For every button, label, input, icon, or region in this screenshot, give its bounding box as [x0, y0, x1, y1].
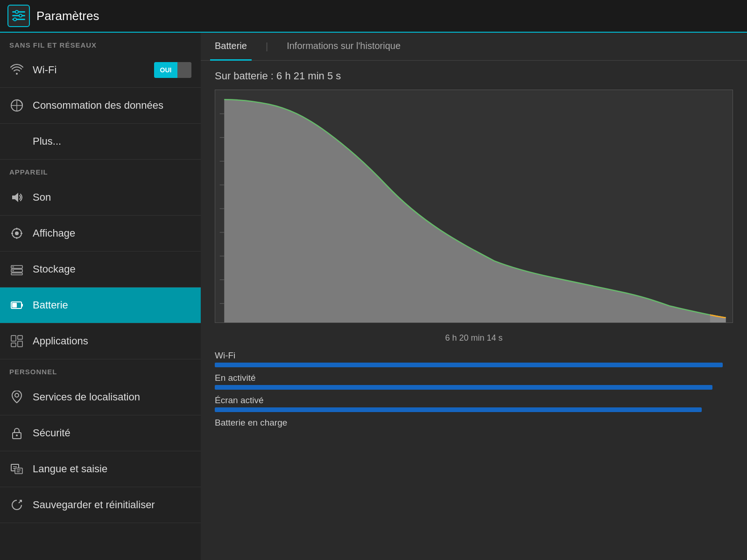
page-title: Paramètres — [36, 9, 99, 23]
sidebar-item-more[interactable]: Plus... — [0, 124, 201, 160]
tab-batterie[interactable]: Batterie — [210, 33, 252, 61]
sound-icon — [9, 190, 24, 205]
svg-rect-22 — [21, 304, 23, 307]
sauvegarder-label: Sauvegarder et réinitialiser — [33, 499, 155, 511]
usage-bar-activite — [215, 385, 712, 390]
applications-label: Applications — [33, 335, 88, 347]
sidebar-item-batterie[interactable]: Batterie — [0, 287, 201, 323]
tab-historique[interactable]: Informations sur l'historique — [282, 33, 405, 61]
svg-point-3 — [15, 11, 18, 14]
svg-rect-24 — [11, 336, 16, 341]
sidebar-item-sauvegarder[interactable]: Sauvegarder et réinitialiser — [0, 487, 201, 523]
sidebar-item-langue[interactable]: Langue et saisie — [0, 451, 201, 487]
sidebar-item-data[interactable]: Consommation des données — [0, 88, 201, 124]
usage-row-activite: En activité — [215, 373, 733, 390]
battery-icon — [9, 298, 24, 313]
battery-chart — [215, 90, 733, 323]
more-label: Plus... — [33, 135, 61, 147]
storage-icon — [9, 262, 24, 277]
location-label: Services de localisation — [33, 391, 140, 403]
svg-rect-27 — [18, 341, 22, 347]
sidebar-item-son[interactable]: Son — [0, 180, 201, 216]
sidebar: SANS FIL ET RÉSEAUX Wi-Fi OUI — [0, 33, 201, 560]
more-icon — [9, 134, 24, 149]
sidebar-item-stockage[interactable]: Stockage — [0, 252, 201, 287]
toggle-on-label: OUI — [154, 62, 177, 78]
securite-label: Sécurité — [33, 427, 70, 439]
son-label: Son — [33, 191, 51, 203]
svg-point-30 — [16, 434, 18, 436]
data-label: Consommation des données — [33, 99, 163, 112]
lock-icon — [9, 426, 24, 441]
wifi-label: Wi-Fi — [33, 64, 56, 76]
svg-point-5 — [14, 18, 16, 21]
usage-label-wifi: Wi-Fi — [215, 350, 733, 361]
tabs-bar: Batterie | Informations sur l'historique — [201, 33, 747, 61]
location-icon — [9, 390, 24, 405]
apps-icon — [9, 334, 24, 349]
affichage-label: Affichage — [33, 227, 75, 239]
backup-icon — [9, 497, 24, 512]
stockage-label: Stockage — [33, 263, 76, 275]
top-bar: Paramètres — [0, 0, 747, 33]
wifi-toggle[interactable]: OUI — [154, 62, 191, 78]
svg-rect-25 — [18, 336, 22, 339]
display-icon — [9, 226, 24, 241]
usage-row-charge: Batterie en charge — [215, 418, 733, 428]
usage-bar-wifi — [215, 363, 723, 367]
sidebar-item-affichage[interactable]: Affichage — [0, 216, 201, 252]
svg-rect-18 — [11, 273, 22, 275]
section-header-wireless: SANS FIL ET RÉSEAUX — [0, 33, 201, 53]
usage-row-wifi: Wi-Fi — [215, 350, 733, 367]
langue-label: Langue et saisie — [33, 463, 107, 475]
svg-rect-23 — [12, 303, 17, 308]
batterie-label: Batterie — [33, 299, 68, 311]
usage-section: Wi-Fi En activité Écran activé — [215, 350, 733, 428]
tab-divider: | — [266, 41, 268, 52]
battery-content: Sur batterie : 6 h 21 min 5 s — [201, 61, 747, 560]
svg-rect-26 — [11, 343, 16, 347]
svg-point-4 — [19, 14, 22, 17]
section-header-personnel: PERSONNEL — [0, 359, 201, 379]
sidebar-item-securite[interactable]: Sécurité — [0, 415, 201, 451]
app-icon — [7, 5, 30, 27]
usage-bar-ecran — [215, 407, 702, 412]
usage-label-ecran: Écran activé — [215, 395, 733, 406]
sidebar-item-wifi[interactable]: Wi-Fi OUI — [0, 53, 201, 88]
svg-marker-9 — [12, 193, 18, 202]
usage-label-charge: Batterie en charge — [215, 418, 733, 428]
svg-rect-34 — [15, 468, 22, 474]
sidebar-item-applications[interactable]: Applications — [0, 323, 201, 359]
wifi-icon — [9, 63, 24, 77]
usage-label-activite: En activité — [215, 373, 733, 383]
svg-point-11 — [15, 231, 19, 235]
battery-chart-svg — [215, 90, 733, 322]
battery-time-display: Sur batterie : 6 h 21 min 5 s — [215, 70, 733, 82]
chart-time-label: 6 h 20 min 14 s — [215, 333, 733, 343]
section-header-device: APPAREIL — [0, 160, 201, 180]
data-icon — [9, 98, 24, 113]
sidebar-item-location[interactable]: Services de localisation — [0, 379, 201, 415]
language-icon — [9, 462, 24, 476]
main-layout: SANS FIL ET RÉSEAUX Wi-Fi OUI — [0, 33, 747, 560]
svg-point-28 — [15, 393, 19, 397]
content-area: Batterie | Informations sur l'historique… — [201, 33, 747, 560]
usage-row-ecran: Écran activé — [215, 395, 733, 412]
